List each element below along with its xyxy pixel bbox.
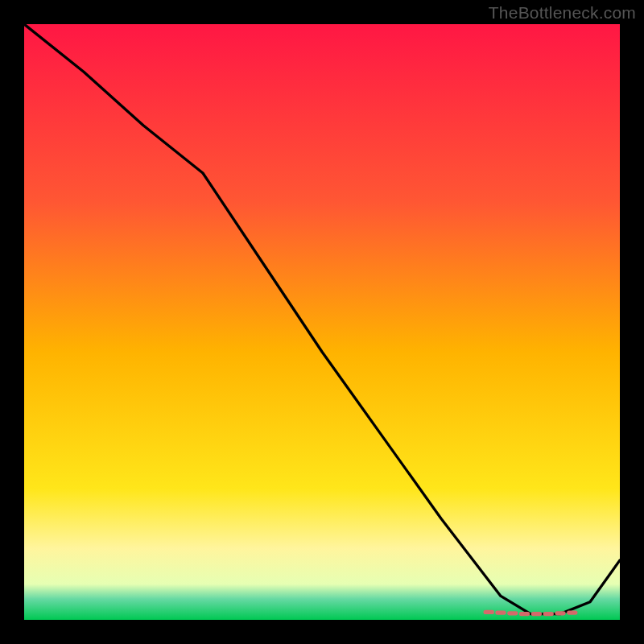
marker-dot	[567, 611, 577, 615]
watermark-label: TheBottleneck.com	[489, 3, 636, 23]
chart-frame: TheBottleneck.com	[0, 0, 644, 644]
marker-dot	[519, 612, 530, 616]
marker-dot	[507, 611, 518, 615]
marker-dot	[543, 612, 554, 616]
curve-layer	[24, 24, 620, 620]
bottleneck-curve	[24, 24, 620, 614]
plot-area	[24, 24, 620, 620]
marker-dot	[531, 612, 542, 616]
marker-dot	[495, 611, 506, 615]
marker-dot	[555, 611, 565, 615]
marker-dot	[484, 610, 494, 614]
